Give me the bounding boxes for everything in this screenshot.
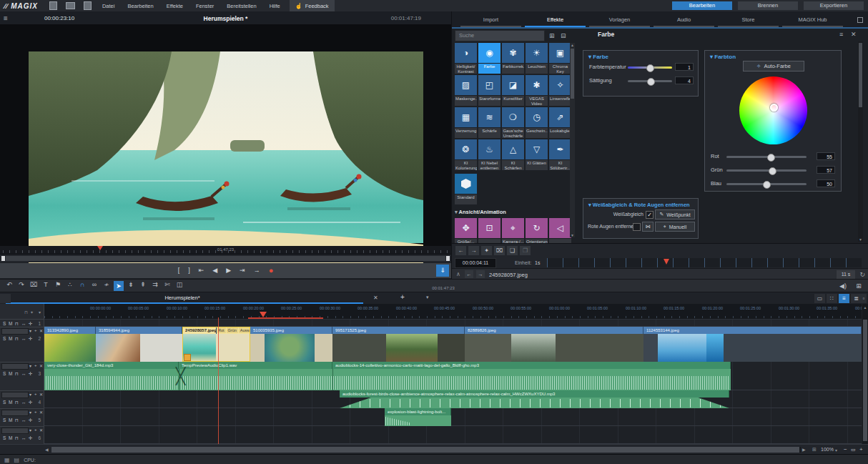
effect-tile[interactable]: ✧ Linsenrefle...	[549, 75, 571, 106]
clip-body[interactable]	[438, 334, 465, 362]
clip-body[interactable]	[216, 334, 250, 362]
timeline-tool-icon[interactable]: ◫	[174, 281, 184, 291]
scroll-left-icon[interactable]: ◀	[45, 447, 49, 452]
track-name-field[interactable]	[1, 428, 29, 434]
audio-clip-titlebar[interactable]: explosion-blast-lightning-bolt...	[385, 408, 451, 415]
new-file-icon[interactable]	[49, 1, 57, 10]
slider-track[interactable]	[628, 80, 672, 82]
scroll-handle-right[interactable]	[446, 256, 450, 261]
slider-value[interactable]: 55	[817, 152, 835, 160]
menu-item[interactable]: Fenster	[189, 3, 220, 9]
mode-button[interactable]: Brennen	[738, 1, 798, 10]
audio-clip-titlebar[interactable]: audioblocks-14-collettivo-armonico-carlo…	[332, 362, 731, 369]
effect-tile[interactable]: ✱ VEGAS Video Stab...	[526, 75, 548, 106]
save-icon[interactable]	[84, 1, 92, 10]
track-6-lane[interactable]	[44, 426, 862, 444]
slider-knob[interactable]	[763, 181, 771, 189]
close-icon[interactable]: ✕	[39, 328, 43, 333]
keyframe-toolbar-button[interactable]: ❐	[520, 246, 531, 255]
feedback-button[interactable]: ☝ Feedback	[290, 0, 335, 11]
video-clip-titlebar[interactable]: 510035935.jpeg	[250, 327, 332, 334]
effect-tile[interactable]: ◷ Geschwin...	[526, 107, 548, 138]
scrollbar-thumb[interactable]	[51, 447, 799, 453]
farbe-group-title[interactable]: ▾ Farbe	[583, 51, 698, 60]
preview-seek-ruler[interactable]: 01:47:23	[0, 246, 451, 255]
timeline-tool-icon[interactable]: ↷	[16, 281, 26, 291]
chevron-down-icon[interactable]: ▾	[29, 328, 31, 333]
close-icon[interactable]: ✕	[39, 392, 43, 397]
animation-tile[interactable]: ⌖ Kamera-/...	[502, 218, 524, 243]
media-pool-tab[interactable]: Effekte	[525, 16, 586, 27]
color-wheel[interactable]	[739, 76, 807, 144]
tab-dropdown-icon[interactable]: ▾	[426, 295, 429, 300]
effects-search-field[interactable]: Suche	[455, 30, 545, 41]
resize-icon[interactable]: ↔	[21, 371, 26, 376]
view-mode-storyboard[interactable]: ∷	[827, 294, 837, 303]
video-clip-titlebar[interactable]: 995171525.jpeg	[332, 327, 465, 334]
keyframe-playhead[interactable]	[664, 259, 669, 265]
track-header[interactable]: ▾ + ✕ S M ⊓ ↔ ✛ 1	[0, 320, 44, 327]
scroll-track[interactable]	[6, 256, 445, 261]
solo-button[interactable]: S	[3, 321, 6, 326]
view-mode-timeline[interactable]: ≡	[839, 294, 849, 303]
slider-knob[interactable]	[769, 167, 776, 175]
keyframe-toolbar-button[interactable]: ❏	[507, 246, 518, 255]
move-icon[interactable]: ✛	[29, 321, 32, 327]
timeline-tool-icon[interactable]: ✄	[162, 281, 172, 291]
clip-body[interactable]	[250, 334, 265, 362]
clip-body[interactable]	[556, 334, 643, 362]
preview-scrollbar[interactable]	[0, 255, 451, 262]
lock-icon[interactable]: ⊓	[15, 435, 19, 441]
add-icon[interactable]: +	[34, 392, 37, 396]
track-name-field[interactable]	[1, 392, 29, 398]
track-5-lane[interactable]	[44, 408, 862, 426]
detail-scrollbar[interactable]: ▼	[858, 41, 863, 242]
timeline-tool-icon[interactable]: ⌧	[29, 281, 39, 291]
effect-tile[interactable]: ◰ Stanzformen	[478, 75, 500, 106]
mute-button[interactable]: M	[9, 321, 12, 326]
prev-object-button[interactable]: ←	[465, 270, 473, 278]
close-icon[interactable]: ✕	[39, 410, 43, 415]
transport-button[interactable]: [	[178, 266, 180, 275]
resize-icon[interactable]: ↔	[21, 321, 26, 326]
track-header[interactable]: ▾ + ✕ S M ⊓ ↔ ✛ 5	[0, 409, 44, 427]
resize-icon[interactable]: ↔	[21, 435, 26, 440]
mute-button[interactable]: M	[9, 400, 12, 405]
slider-track[interactable]	[726, 169, 807, 172]
scrollbar-thumb[interactable]	[571, 49, 574, 99]
slider-knob[interactable]	[767, 154, 775, 162]
clip-body[interactable]	[724, 334, 862, 362]
add-icon[interactable]: +	[34, 328, 37, 332]
grid-icon[interactable]: ⊞	[854, 282, 864, 290]
video-clip-titlebar[interactable]: 1124553144.jpeg	[643, 327, 862, 334]
mute-button[interactable]: M	[9, 418, 12, 423]
manuell-button[interactable]: ⌖Manuell	[655, 222, 695, 232]
transport-button[interactable]: ◀	[212, 266, 217, 275]
effect-tile[interactable]: ✒ KI Stilübertr...	[549, 139, 571, 170]
transport-button[interactable]: ▶	[226, 266, 231, 275]
track-name-field[interactable]	[1, 328, 29, 335]
clip-thumbnail[interactable]	[265, 334, 315, 362]
export-arrangement-button[interactable]: ⇓	[436, 265, 449, 277]
keyframe-ruler[interactable]	[547, 258, 862, 267]
scroll-down-icon[interactable]: ▼	[570, 233, 575, 237]
track-1-lane[interactable]	[44, 319, 862, 327]
animation-tile[interactable]: ✥ Größe/...	[455, 218, 477, 243]
menu-item[interactable]: Bearbeiten	[121, 3, 159, 9]
effect-tile[interactable]: ▣ Chroma Key	[549, 43, 571, 74]
farbton-group-title[interactable]: ▾ Farbton	[705, 51, 841, 60]
track-name-field[interactable]	[1, 410, 29, 416]
add-icon[interactable]: +	[34, 363, 37, 367]
zoom-out-icon[interactable]: −	[844, 446, 847, 453]
audio-clip-titlebar[interactable]: very-close-thunder_GkI_184d.mp3	[44, 362, 179, 369]
animation-tile[interactable]: ⊡	[478, 218, 500, 243]
timeline-tool-icon[interactable]: ∴	[65, 281, 75, 291]
scrollbar-thumb[interactable]	[863, 320, 867, 441]
keyframe-toolbar-button[interactable]: ✦	[481, 246, 492, 255]
effect-tile[interactable]: ≋ Schärfe	[478, 107, 500, 138]
close-icon[interactable]: ✕	[39, 363, 43, 368]
scroll-right-icon[interactable]: ▶	[802, 447, 806, 452]
view-mode-mixer[interactable]: ≣	[851, 294, 862, 303]
effect-tile[interactable]: ◉ Farbe	[478, 43, 500, 74]
timeline-tool-icon[interactable]: ∩	[77, 281, 87, 291]
